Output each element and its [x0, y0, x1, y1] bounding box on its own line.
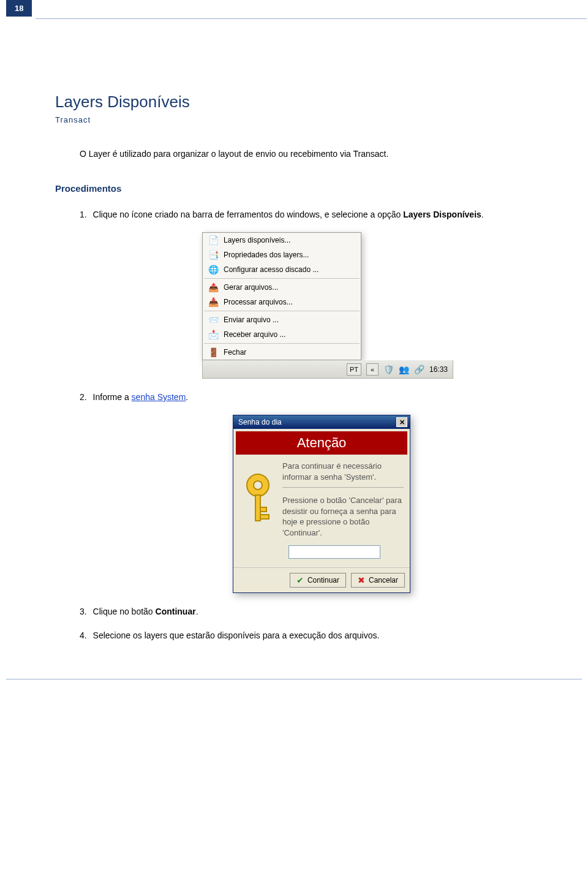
svg-rect-3	[260, 507, 266, 512]
intro-paragraph: O Layer é utilizado para organizar o lay…	[80, 149, 545, 159]
close-icon: ✕	[399, 419, 405, 426]
menu-item-label: Gerar arquivos...	[224, 283, 278, 292]
step-bold: Layers Disponíveis	[403, 210, 481, 219]
continuar-button[interactable]: ✔ Continuar	[290, 573, 346, 588]
key-icon	[239, 472, 276, 527]
step-4: 4. Selecione os layers que estarão dispo…	[80, 629, 545, 642]
cancelar-button[interactable]: ✖ Cancelar	[351, 573, 405, 588]
step-text: Clique no ícone criado na barra de ferra…	[93, 210, 404, 219]
layers-icon: 📄	[208, 235, 219, 246]
senha-dialog: Senha do dia ✕ Atenção Para	[233, 415, 410, 593]
globe-icon: 🌐	[208, 264, 219, 275]
svg-rect-4	[260, 515, 269, 519]
step-number: 4.	[80, 630, 87, 640]
close-button[interactable]: ✕	[396, 417, 407, 427]
menu-item-label: Propriedades dos layers...	[224, 251, 309, 259]
tray-users-icon[interactable]: 👥	[399, 365, 409, 374]
password-input[interactable]	[288, 545, 380, 559]
menu-item-gerar-arquivos[interactable]: 📤 Gerar arquivos...	[203, 280, 361, 295]
step-2: 2. Informe a senha System.	[80, 391, 545, 404]
menu-item-label: Layers disponíveis...	[224, 236, 290, 244]
page-subtitle: Transact	[55, 115, 545, 124]
menu-separator	[204, 343, 360, 344]
import-icon: 📥	[208, 297, 219, 308]
step-number: 2.	[80, 392, 87, 402]
receive-icon: 📩	[208, 329, 219, 340]
context-menu: 📄 Layers disponíveis... 📑 Propriedades d…	[202, 232, 361, 360]
link-senha-system[interactable]: senha System	[132, 392, 186, 402]
step-1: 1. Clique no ícone criado na barra de fe…	[80, 208, 545, 221]
step-number: 1.	[80, 210, 87, 219]
menu-item-label: Fechar	[224, 348, 246, 357]
step-text: Selecione os layers que estarão disponív…	[93, 630, 380, 640]
export-icon: 📤	[208, 282, 219, 293]
page-title: Layers Disponíveis	[55, 93, 545, 112]
menu-item-receber-arquivo[interactable]: 📩 Receber arquivo ...	[203, 327, 361, 342]
step-3: 3. Clique no botão Continuar.	[80, 605, 545, 618]
dialog-paragraph-1: Para continuar é necessário informar a s…	[282, 461, 404, 488]
menu-separator	[204, 311, 360, 311]
button-label: Continuar	[307, 576, 339, 584]
step-text: Informe a	[93, 392, 132, 402]
dialog-paragraph-2: Pressione o botão 'Cancelar' para desist…	[282, 495, 404, 538]
menu-item-propriedades-layers[interactable]: 📑 Propriedades dos layers...	[203, 248, 361, 262]
step-text: Clique no botão	[93, 607, 156, 616]
menu-item-layers-disponiveis[interactable]: 📄 Layers disponíveis...	[203, 233, 361, 248]
taskbar-lang-indicator[interactable]: PT	[347, 363, 361, 376]
dialog-title: Senha do dia	[238, 418, 282, 426]
check-icon: ✔	[296, 575, 304, 585]
procedimentos-heading: Procedimentos	[55, 183, 545, 194]
exit-icon: 🚪	[208, 347, 219, 358]
page-number-tab: 18	[6, 0, 32, 17]
menu-item-configurar-acesso[interactable]: 🌐 Configurar acesso discado ...	[203, 262, 361, 277]
button-label: Cancelar	[369, 576, 398, 584]
properties-icon: 📑	[208, 249, 219, 260]
menu-item-label: Processar arquivos...	[224, 298, 293, 306]
menu-item-label: Enviar arquivo ...	[224, 316, 279, 324]
taskbar: PT « 🛡️ 👥 🔗 16:33	[202, 360, 453, 379]
svg-point-1	[254, 481, 262, 490]
svg-rect-2	[255, 495, 260, 521]
tray-network-icon[interactable]: 🔗	[414, 365, 424, 374]
attention-banner: Atenção	[236, 431, 407, 455]
step-bold: Continuar	[156, 607, 196, 616]
step-suffix: .	[481, 210, 484, 219]
menu-item-label: Configurar acesso discado ...	[224, 265, 318, 274]
send-icon: 📨	[208, 314, 219, 325]
menu-item-processar-arquivos[interactable]: 📥 Processar arquivos...	[203, 295, 361, 309]
step-suffix: .	[186, 392, 188, 402]
cancel-icon: ✖	[358, 575, 365, 585]
menu-item-label: Receber arquivo ...	[224, 330, 285, 339]
menu-item-enviar-arquivo[interactable]: 📨 Enviar arquivo ...	[203, 312, 361, 327]
menu-item-fechar[interactable]: 🚪 Fechar	[203, 345, 361, 360]
dialog-titlebar: Senha do dia ✕	[233, 415, 410, 429]
step-number: 3.	[80, 607, 87, 616]
step-suffix: .	[196, 607, 198, 616]
taskbar-clock: 16:33	[429, 365, 448, 374]
bottom-rule	[6, 679, 582, 679]
taskbar-tray-toggle[interactable]: «	[366, 363, 379, 376]
tray-shield-icon[interactable]: 🛡️	[383, 365, 394, 374]
menu-separator	[204, 278, 360, 279]
